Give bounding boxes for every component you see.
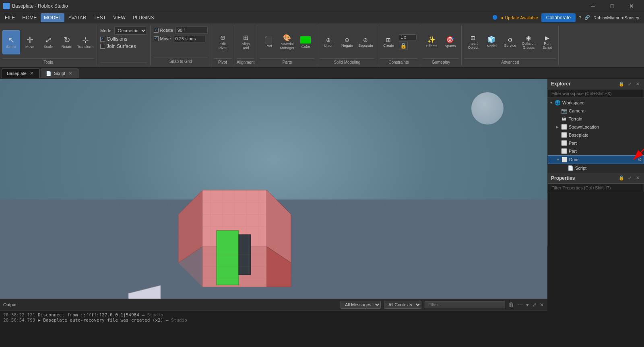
- menu-view[interactable]: VIEW: [110, 13, 129, 22]
- output-menu-button[interactable]: ⋯: [517, 301, 523, 308]
- tab-script[interactable]: 📄 Script ✕: [41, 69, 78, 78]
- tab-baseplate[interactable]: Baseplate ✕: [2, 69, 40, 78]
- output-msg-2: ▶ Baseplate auto-recovery file was creat…: [38, 318, 171, 323]
- door-arrow[interactable]: ▼: [556, 158, 561, 162]
- menu-model[interactable]: MODEL: [41, 13, 64, 22]
- output-filter-input[interactable]: [425, 301, 505, 308]
- move-button[interactable]: ✛ Move: [21, 30, 39, 54]
- workspace-arrow[interactable]: ▼: [549, 101, 554, 105]
- tree-item-baseplate[interactable]: ⬜ Baseplate: [548, 131, 644, 139]
- toolbar: ↖ Select ✛ Move ⤢ Scale ↻ Rotate ⊹ Tra: [0, 23, 644, 68]
- tree-item-camera[interactable]: 📷 Camera: [548, 107, 644, 115]
- color-button[interactable]: Color: [297, 30, 314, 54]
- workspace-icon: 🌐: [554, 100, 561, 106]
- output-minimize-button[interactable]: ▾: [526, 302, 529, 308]
- tree-item-part1[interactable]: ⬜ Part: [548, 139, 644, 147]
- service-button[interactable]: ⚙ Service: [501, 30, 519, 54]
- properties-lock-button[interactable]: 🔒: [618, 175, 625, 181]
- collaborate-button[interactable]: Collaborate: [541, 13, 576, 22]
- snap-move-checkbox[interactable]: [154, 36, 159, 41]
- explorer-expand-button[interactable]: ⤢: [626, 81, 633, 87]
- output-clear-button[interactable]: 🗑: [508, 301, 514, 308]
- output-expand-button[interactable]: ⤢: [532, 302, 537, 308]
- create-button[interactable]: ⊞ Create: [380, 30, 397, 54]
- rotate-value-input[interactable]: [175, 27, 208, 34]
- all-messages-select[interactable]: All Messages: [341, 301, 381, 309]
- lock-button[interactable]: 🔒: [399, 41, 408, 50]
- tab-baseplate-close[interactable]: ✕: [29, 71, 35, 76]
- collision-groups-icon: ◉: [526, 35, 531, 41]
- constraint-num-input[interactable]: [399, 34, 417, 40]
- snap-rotate-checkbox[interactable]: [154, 28, 159, 33]
- snap-rotate-label[interactable]: Rotate: [154, 28, 173, 33]
- collision-groups-button[interactable]: ◉ CollisionGroups: [520, 30, 537, 54]
- part-icon: ⬛: [264, 37, 272, 43]
- output-time-1: 20:38:22.121: [3, 312, 35, 318]
- advanced-section: ⊞ InsertObject 🧊 Model ⚙ Service ◉ Colli…: [462, 25, 559, 65]
- edit-pivot-label: EditPivot: [219, 42, 227, 50]
- join-surfaces-checkbox[interactable]: [100, 44, 105, 49]
- titlebar: Baseplate - Roblox Studio ─ □ ✕: [0, 0, 644, 12]
- properties-expand-button[interactable]: ⤢: [626, 175, 633, 181]
- insert-object-button[interactable]: ⊞ InsertObject: [464, 30, 482, 54]
- tree-item-terrain[interactable]: 🏔 Terrain: [548, 115, 644, 123]
- material-manager-button[interactable]: 🎨 MaterialManager: [278, 30, 296, 54]
- advanced-label: Advanced: [464, 58, 556, 64]
- tab-script-close[interactable]: ✕: [68, 71, 73, 76]
- app-title-text: Baseplate - Roblox Studio: [12, 3, 68, 9]
- tree-item-spawnlocation[interactable]: ▶ ⬜ SpawnLocation: [548, 123, 644, 131]
- part-button[interactable]: ⬛ Part: [260, 30, 277, 54]
- scale-button[interactable]: ⤢ Scale: [39, 30, 57, 54]
- rotate-tool-button[interactable]: ↻ Rotate: [58, 30, 76, 54]
- join-surfaces-checkbox-label[interactable]: Join Surfaces: [100, 44, 147, 49]
- explorer-lock-button[interactable]: 🔒: [618, 81, 625, 87]
- material-manager-icon: 🎨: [283, 35, 291, 41]
- camera-icon: 📷: [561, 108, 567, 114]
- filter-properties-input[interactable]: [548, 183, 644, 192]
- menu-plugins[interactable]: PLUGINS: [130, 13, 157, 22]
- material-manager-label: MaterialManager: [280, 42, 295, 50]
- app-title: Baseplate - Roblox Studio: [3, 3, 68, 9]
- separate-button[interactable]: ⊘ Separate: [357, 30, 374, 54]
- align-tool-button[interactable]: ⊞ AlignTool: [237, 30, 254, 54]
- edit-pivot-button[interactable]: ⊕ EditPivot: [214, 30, 231, 54]
- mode-select[interactable]: Geometric Surface: [114, 27, 147, 35]
- properties-close-button[interactable]: ✕: [634, 175, 641, 181]
- tree-item-part2[interactable]: ⬜ Part: [548, 147, 644, 155]
- all-contexts-select[interactable]: All Contexts: [384, 301, 421, 309]
- select-button[interactable]: ↖ Select: [2, 30, 20, 54]
- minimize-button[interactable]: ─: [584, 0, 602, 12]
- output-source-2: Studio: [171, 318, 187, 323]
- negate-button[interactable]: ⊖ Negate: [338, 30, 356, 54]
- snap-move-label[interactable]: Move: [154, 36, 171, 41]
- tabbar: Baseplate ✕ 📄 Script ✕: [0, 68, 644, 79]
- mode-section: Mode: Geometric Surface Collisions Join …: [97, 25, 151, 65]
- menu-test[interactable]: TEST: [90, 13, 109, 22]
- close-button[interactable]: ✕: [622, 0, 641, 12]
- model-button[interactable]: 🧊 Model: [483, 30, 500, 54]
- output-line-2: 20:56:54.799 ▶ Baseplate auto-recovery f…: [3, 318, 544, 323]
- filter-workspace-input[interactable]: [548, 89, 644, 98]
- menu-file[interactable]: FILE: [2, 13, 18, 22]
- collisions-checkbox[interactable]: [100, 37, 105, 42]
- insert-object-icon: ⊞: [471, 35, 475, 41]
- tree-item-door[interactable]: ▼ ⬜ Door ⚙: [548, 155, 644, 164]
- effects-button[interactable]: ✨ Effects: [423, 30, 440, 54]
- tree-item-script[interactable]: 📄 Script: [548, 164, 644, 172]
- explorer-close-button[interactable]: ✕: [634, 81, 641, 87]
- menu-home[interactable]: HOME: [19, 13, 40, 22]
- camera-label: Camera: [569, 108, 642, 113]
- run-script-button[interactable]: ▶ RunScript: [538, 30, 556, 54]
- spawn-button[interactable]: 🎯 Spawn: [441, 30, 459, 54]
- output-close-button[interactable]: ✕: [540, 302, 544, 308]
- collisions-checkbox-label[interactable]: Collisions: [100, 36, 147, 42]
- tools-section-label: Tools: [2, 58, 94, 64]
- menu-avatar[interactable]: AVATAR: [65, 13, 89, 22]
- service-icon: ⚙: [508, 37, 513, 43]
- transform-button[interactable]: ⊹ Transform: [76, 30, 94, 54]
- maximize-button[interactable]: □: [603, 0, 621, 12]
- union-button[interactable]: ⊕ Union: [320, 30, 337, 54]
- tree-item-workspace[interactable]: ▼ 🌐 Workspace: [548, 99, 644, 107]
- spawnlocation-arrow[interactable]: ▶: [556, 125, 561, 129]
- move-value-input[interactable]: [173, 35, 205, 42]
